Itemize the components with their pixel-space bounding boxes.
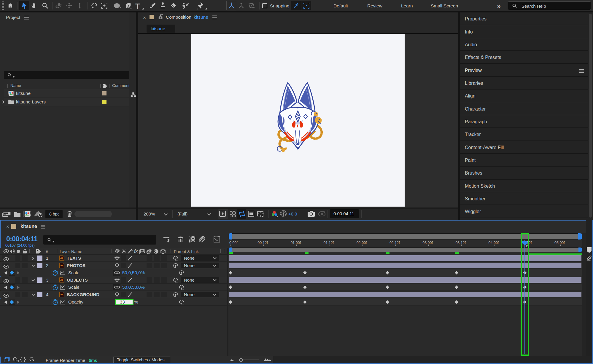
- svg-text:Ai: Ai: [60, 264, 63, 267]
- svg-text:Ai: Ai: [60, 257, 63, 259]
- svg-text:Ai: Ai: [60, 279, 63, 281]
- svg-text:Ai: Ai: [60, 293, 63, 296]
